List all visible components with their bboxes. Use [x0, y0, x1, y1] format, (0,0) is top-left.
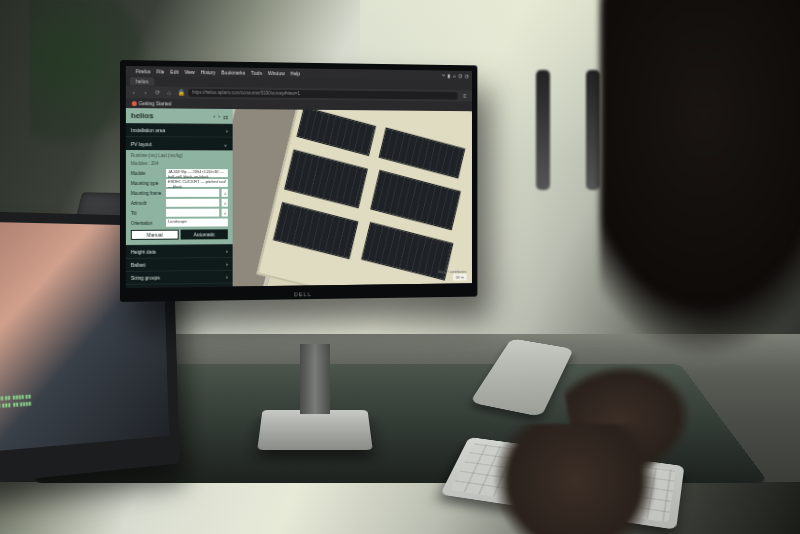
menubar-item[interactable]: View — [184, 69, 194, 75]
clock-icon[interactable]: ◷ — [465, 73, 469, 79]
chevron-right-icon: › — [226, 248, 228, 254]
menubar-item[interactable]: Bookmarks — [221, 69, 245, 75]
manual-button[interactable]: Manual — [131, 230, 179, 240]
menubar-app-name[interactable]: Firefox — [136, 68, 151, 74]
section-installation-area[interactable]: Installation area › — [126, 123, 233, 137]
map-scale-bar: 50 m — [453, 274, 466, 281]
mounting-type-label: Mounting type — [131, 181, 164, 186]
section-pv-layout[interactable]: PV layout ⌄ — [126, 136, 233, 150]
bookmark-item[interactable]: Getting Started — [132, 100, 172, 106]
app-title-bar: helios ‹ › ⚏ — [126, 108, 233, 124]
chevron-right-icon: › — [226, 274, 228, 280]
app-title: helios — [131, 111, 154, 120]
section-label: PV layout — [131, 141, 152, 147]
nav-back-button[interactable]: ‹ — [130, 88, 138, 96]
decor-stand — [536, 70, 550, 190]
module-select[interactable]: JA 450 Wp — 2094×1134×30 — half-cell, bl… — [166, 169, 228, 177]
address-bar[interactable]: https://helios.aplans.com/consumer/5330/… — [188, 89, 457, 100]
section-label: String groups — [131, 275, 160, 281]
battery-icon[interactable]: ▮ — [448, 73, 451, 79]
decor-stand — [586, 70, 600, 190]
menubar-item[interactable]: Help — [290, 70, 300, 76]
chevron-right-icon: › — [226, 287, 228, 288]
section-ballast[interactable]: Ballast › — [126, 257, 233, 271]
nav-home-button[interactable]: ⌂ — [165, 89, 173, 97]
nav-reload-button[interactable]: ⟳ — [153, 88, 161, 96]
app-viewport: helios ‹ › ⚏ Installation area › PV layo… — [126, 108, 472, 288]
tilt-label: Tilt — [131, 210, 164, 215]
monitor-brand-label: DELL — [294, 291, 312, 297]
mounting-type-select[interactable]: ESDEC CLICKFIT — pitched roof — black — [166, 179, 228, 187]
mounting-frame-input[interactable] — [166, 189, 219, 197]
azimuth-label: Azimuth — [131, 200, 164, 205]
control-center-icon[interactable]: ⌬ — [458, 73, 462, 79]
pv-summary-line: Runtime (ms) Last (ms/kg) — [131, 153, 228, 158]
app-nav-back-icon[interactable]: ‹ — [213, 113, 215, 120]
section-label: Height data — [131, 249, 156, 255]
map-attribution: Maps © contributors — [438, 270, 466, 274]
user-silhouette — [600, 0, 800, 360]
pv-module-count: Modules : 204 — [131, 161, 228, 166]
app-nav-toggle-icon[interactable]: ⚏ — [223, 113, 228, 120]
wifi-icon[interactable]: ⌔ — [442, 73, 445, 79]
monitor-neck — [300, 344, 330, 414]
pv-layout-panel: Runtime (ms) Last (ms/kg) Modules : 204 … — [126, 150, 233, 245]
tilt-input[interactable] — [166, 209, 219, 217]
stepper-icon[interactable]: ▵ — [221, 189, 228, 197]
menubar-item[interactable]: Tools — [251, 70, 262, 76]
menubar-item[interactable]: History — [201, 69, 216, 75]
section-label: Installation area — [131, 127, 166, 133]
bookmark-label: Getting Started — [139, 100, 172, 106]
section-optimizers[interactable]: Optimizers › — [126, 283, 233, 288]
menubar-item[interactable]: File — [157, 69, 165, 75]
bookmark-favicon-icon — [132, 101, 137, 106]
user-left-hand — [490, 424, 660, 534]
menubar-item[interactable]: Edit — [170, 69, 178, 75]
monitor-display: Firefox File Edit View History Bookmarks… — [126, 66, 472, 288]
lock-icon: 🔒 — [177, 89, 185, 97]
menubar-item[interactable]: Window — [268, 70, 285, 76]
laptop-status-text: ▮▮▮ ▮▮ ▮▮▮▮ ▮▮▮▮ ▮▮▮ ▮▮ ▮▮▮▮ — [0, 385, 153, 409]
search-icon[interactable]: ⌕ — [453, 73, 456, 79]
app-nav-forward-icon[interactable]: › — [218, 113, 220, 120]
stepper-icon[interactable]: ▵ — [221, 199, 228, 207]
module-label: Module — [131, 171, 164, 176]
external-monitor: DELL Firefox File Edit View History Book… — [120, 60, 477, 302]
app-sidebar: helios ‹ › ⚏ Installation area › PV layo… — [126, 108, 233, 288]
mounting-frame-label: Mounting frame — [131, 190, 164, 195]
menu-icon[interactable]: ≡ — [461, 92, 468, 100]
orientation-select[interactable]: Landscape — [166, 218, 228, 226]
nav-forward-button[interactable]: › — [142, 88, 150, 96]
azimuth-input[interactable] — [166, 199, 219, 207]
monitor-stand — [257, 410, 373, 450]
automatic-button[interactable]: Automatic — [181, 229, 228, 239]
chevron-right-icon: › — [226, 261, 228, 267]
browser-tab[interactable]: helios — [130, 77, 155, 85]
aerial-map-view[interactable]: 50 m Maps © contributors — [233, 109, 472, 286]
section-label: Ballast — [131, 262, 146, 268]
orientation-label: Orientation — [131, 220, 164, 225]
section-height-data[interactable]: Height data › — [126, 244, 233, 258]
chevron-right-icon: › — [226, 128, 228, 134]
chevron-down-icon: ⌄ — [223, 141, 228, 148]
stepper-icon[interactable]: ▵ — [221, 209, 228, 217]
